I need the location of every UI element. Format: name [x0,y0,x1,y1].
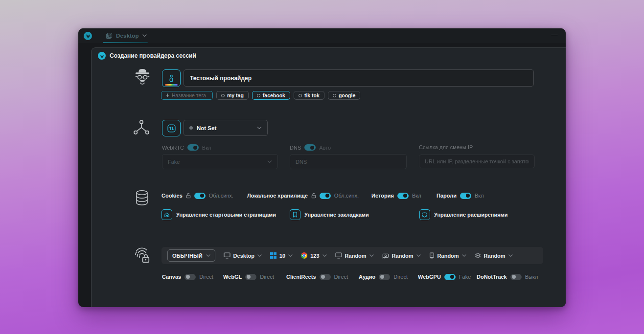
local-storage-toggle[interactable] [320,193,331,199]
proxy-transfer-button[interactable] [162,120,181,136]
os-version-value: 10 [279,253,285,259]
canvas-toggle[interactable] [184,274,196,280]
screen-icon [335,252,342,259]
change-ip-input[interactable] [419,155,535,168]
cookies-label: Cookies [161,193,183,199]
audio-state: Direct [393,274,408,280]
monitor-icon [224,252,230,259]
local-storage-group: Локальное хранилище Обл.синх. [247,192,359,200]
history-label: История [371,193,394,199]
dns-state: Авто [319,145,331,151]
history-toggle[interactable] [397,193,409,199]
os-version-select[interactable]: 10 [270,252,293,259]
home-icon [161,209,172,220]
clientrects-toggle-group: ClientRects Direct [286,273,348,280]
os-type-select[interactable]: Desktop [224,252,262,259]
ram-icon [429,252,435,259]
manage-bookmarks-button[interactable]: Управление закладками [290,209,369,220]
app-logo-icon [84,32,92,40]
chevron-down-icon [257,254,262,257]
tab-desktop[interactable]: Desktop [103,28,152,43]
browser-version-select[interactable]: 123 [301,252,326,259]
unlock-icon [311,193,316,199]
audio-toggle-group: Аудио Direct [359,273,408,280]
donottrack-toggle[interactable] [510,274,522,280]
screen-resolution-value: Random [345,253,367,259]
tag-circle-icon [221,94,225,97]
proxy-select[interactable]: Not Set [184,120,268,136]
videocard-value: Random [392,253,414,259]
passwords-toggle[interactable] [460,193,471,199]
browser-version-value: 123 [310,253,319,259]
videocard-select[interactable]: Random [382,253,421,259]
change-ip-group: Ссылка для смены IP [419,144,473,150]
passwords-state: Вкл [475,193,484,199]
ram-value: Random [437,253,459,259]
manage-start-pages-button[interactable]: Управление стартовыми страницами [161,209,276,220]
dns-input[interactable] [290,154,407,169]
manage-bookmarks-label: Управление закладками [304,212,369,218]
canvas-label: Canvas [162,274,181,280]
dns-group: DNS Авто [290,144,331,151]
webgpu-label: WebGPU [418,274,441,280]
dns-label: DNS [290,145,301,151]
webgl-state: Direct [260,274,274,280]
tab-active-underline [103,42,148,43]
tags-row: + Название тега my tag facebook tik tok … [161,91,360,100]
cpu-select[interactable]: Random [475,252,513,259]
tab-label: Desktop [116,33,139,39]
tag-tik-tok[interactable]: tik tok [294,91,324,100]
manage-start-pages-label: Управление стартовыми страницами [176,212,276,218]
local-storage-label: Локальное хранилище [247,193,308,199]
extension-icon [419,209,430,220]
webrtc-state: Вкл [202,145,211,151]
chevron-down-icon [508,254,513,257]
webgl-toggle[interactable] [245,274,256,280]
canvas-toggle-group: Canvas Direct [162,273,213,280]
tag-label: google [339,92,355,98]
webgl-label: WebGL [223,274,242,280]
provider-logo-icon [98,52,106,60]
webgpu-toggle[interactable] [444,274,456,280]
bookmark-icon [290,209,300,220]
chevron-down-icon [369,254,374,257]
tag-facebook[interactable]: facebook [252,91,290,100]
history-group: История Вкл [371,192,421,200]
tag-label: facebook [263,92,285,98]
provider-name-input[interactable] [184,69,534,87]
app-window: Desktop — Создание провайдера сессий [78,28,566,307]
webgpu-state: Fake [459,274,471,280]
cpu-icon [475,252,481,259]
passwords-group: Пароли Вкл [437,192,484,200]
audio-toggle[interactable] [379,274,390,280]
screen-resolution-select[interactable]: Random [335,252,374,259]
database-icon [135,189,149,206]
webrtc-mode-select[interactable]: Fake [162,154,278,169]
ram-select[interactable]: Random [429,252,466,259]
proxy-network-icon [133,119,150,135]
tag-circle-icon [299,94,302,97]
videocard-icon [382,253,389,259]
fingerprint-mode-select[interactable]: ОБЫЧНЫЙ [167,249,215,262]
webrtc-toggle[interactable] [187,144,199,151]
donottrack-state: Выкл [525,274,538,280]
clientrects-label: ClientRects [286,274,316,280]
passwords-label: Пароли [437,193,457,199]
tag-name-input[interactable]: + Название тега [161,91,213,100]
tag-my-tag[interactable]: my tag [216,91,249,100]
cookies-toggle[interactable] [194,193,206,199]
windows-icon [270,252,276,259]
chevron-down-icon [206,254,210,257]
tag-google[interactable]: google [328,91,360,100]
plus-icon: + [166,92,169,99]
incognito-avatar-icon [133,67,152,86]
dns-toggle[interactable] [304,144,316,151]
minimize-button[interactable]: — [550,30,559,39]
local-storage-state: Обл.синх. [334,193,359,199]
chevron-down-icon [462,254,466,257]
clientrects-toggle[interactable] [320,274,331,280]
manage-extensions-button[interactable]: Управление расширениями [419,209,508,220]
change-ip-label: Ссылка для смены IP [419,144,473,150]
profiles-icon [106,32,113,39]
profile-icon-button[interactable] [162,69,181,87]
